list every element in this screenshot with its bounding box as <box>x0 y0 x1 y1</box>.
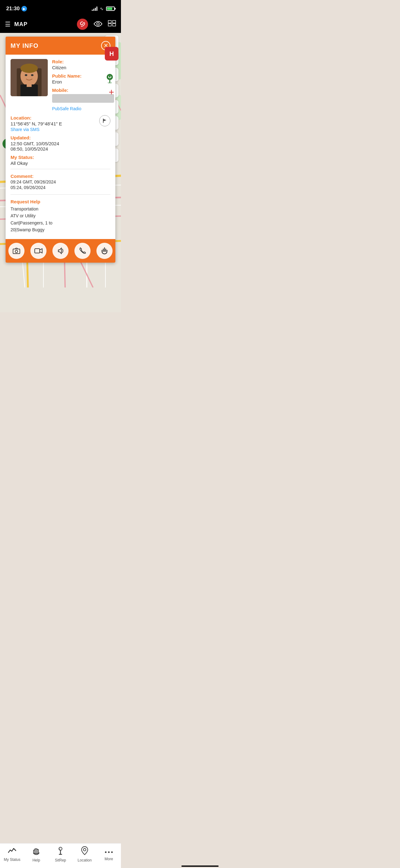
svg-point-60 <box>109 75 111 77</box>
panel-title: MY INFO <box>10 42 38 49</box>
my-status-value: All Okay <box>10 160 110 166</box>
public-name-field: Public Name: Eron <box>52 73 114 85</box>
svg-point-0 <box>97 23 99 25</box>
svg-rect-64 <box>35 249 40 253</box>
updated-field: Updated: 12:50 GMT, 10/05/2024 08:50, 10… <box>10 135 110 152</box>
updated-line1: 12:50 GMT, 10/05/2024 <box>10 141 110 146</box>
svg-rect-1 <box>108 21 111 23</box>
status-icons: ∿ <box>92 6 115 11</box>
hamburger-icon[interactable]: ☰ <box>5 21 10 28</box>
mobile-label: Mobile: <box>52 88 114 93</box>
signal-icon <box>92 6 97 11</box>
video-button[interactable] <box>30 243 46 259</box>
user-info-right: Role: Citizen Public Name: Eron <box>52 59 114 112</box>
camera-button[interactable] <box>8 243 25 259</box>
role-value: Citizen <box>52 65 114 70</box>
panel-header: MY INFO ✕ <box>6 37 115 55</box>
status-bar: 21:30 ▶ ∿ <box>0 0 121 16</box>
request-help-line1: Transportation <box>10 206 110 212</box>
request-help-line4: 20|Swamp Buggy <box>10 226 110 233</box>
my-status-label: My Status: <box>10 155 110 160</box>
location-info: Location: 11°56'45" N, 79°48'41" E Share… <box>10 115 97 132</box>
comment-label: Comment: <box>10 174 110 179</box>
location-row: Location: 11°56'45" N, 79°48'41" E Share… <box>10 115 110 132</box>
updated-label: Updated: <box>10 135 110 140</box>
hand-button[interactable] <box>96 243 112 259</box>
svg-point-53 <box>21 64 38 73</box>
svg-rect-2 <box>112 21 116 23</box>
storm-icon[interactable] <box>77 19 88 30</box>
location-label: Location: <box>10 115 97 120</box>
updated-line2: 08:50, 10/05/2024 <box>10 146 110 152</box>
svg-rect-3 <box>108 24 111 26</box>
public-name-label: Public Name: <box>52 73 114 79</box>
user-top-row: Role: Citizen Public Name: Eron <box>10 59 110 112</box>
role-field: Role: Citizen <box>52 59 114 70</box>
eye-icon[interactable] <box>94 20 102 29</box>
phone-button[interactable] <box>74 243 91 259</box>
divider-2 <box>10 194 110 195</box>
comment-line1: 09:24 GMT, 09/26/2024 <box>10 180 110 184</box>
request-help-line3: Cart|Passengers, 1 to <box>10 219 110 226</box>
wifi-icon: ∿ <box>100 6 104 11</box>
location-coords: 11°56'45" N, 79°48'41" E <box>10 121 97 126</box>
flag-button[interactable] <box>99 115 110 126</box>
comment-section: Comment: 09:24 GMT, 09/26/2024 05:24, 09… <box>10 172 110 191</box>
public-name-value: Eron <box>52 79 114 85</box>
location-arrow-icon: ▶ <box>22 6 27 11</box>
svg-point-54 <box>25 74 27 76</box>
status-time: 21:30 ▶ <box>6 6 27 12</box>
comment-line2: 05:24, 09/26/2024 <box>10 185 110 190</box>
user-avatar <box>10 59 48 96</box>
map-section: ✈ Lutz Nature Reserve Temple Terrace Tam… <box>0 33 121 287</box>
alert-sound-button[interactable] <box>53 243 69 259</box>
location-pin-icon[interactable] <box>105 73 114 85</box>
mobile-field: Mobile: + <box>52 88 114 103</box>
role-label: Role: <box>52 59 114 64</box>
nav-title: MAP <box>14 21 77 28</box>
pubsafe-radio-link[interactable]: PubSafe Radio <box>52 106 81 111</box>
svg-point-63 <box>15 250 18 253</box>
panel-content: Role: Citizen Public Name: Eron <box>6 55 115 239</box>
red-h-marker[interactable]: H <box>105 47 119 61</box>
info-panel: MY INFO ✕ <box>6 33 115 262</box>
my-status-field: My Status: All Okay <box>10 155 110 166</box>
action-bar <box>6 239 115 262</box>
request-help-label: Request Help <box>10 199 110 204</box>
add-button[interactable]: + <box>108 88 114 97</box>
map-grid-icon[interactable] <box>108 20 116 28</box>
nav-bar: ☰ MAP <box>0 16 121 33</box>
svg-point-55 <box>31 74 33 76</box>
divider-1 <box>10 169 110 169</box>
svg-rect-57 <box>27 83 32 87</box>
mobile-blurred-value <box>52 94 114 103</box>
request-help-section: Request Help Transportation ATV or Utili… <box>10 198 110 235</box>
request-help-line2: ATV or Utility <box>10 212 110 219</box>
share-sms-link[interactable]: Share via SMS <box>10 127 97 132</box>
battery-icon <box>106 6 115 11</box>
svg-rect-4 <box>112 24 116 26</box>
nav-icons <box>77 19 116 30</box>
